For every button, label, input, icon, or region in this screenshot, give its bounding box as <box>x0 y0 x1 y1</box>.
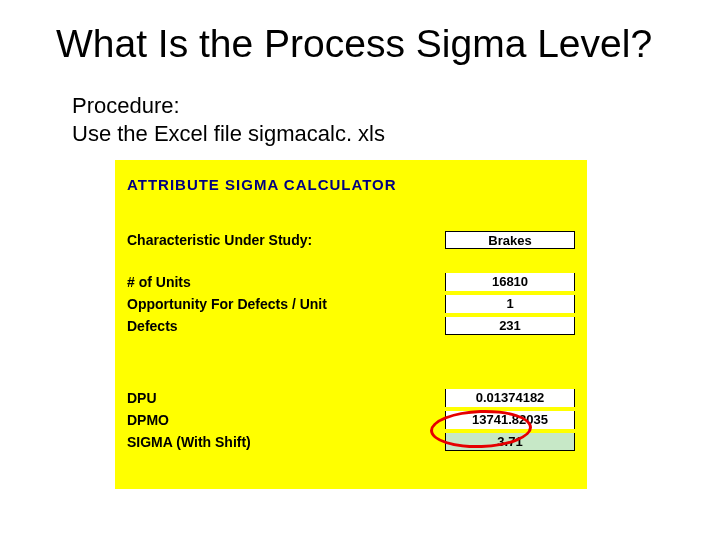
row-characteristic: Characteristic Under Study: Brakes <box>127 229 575 251</box>
row-defects: Defects 231 <box>127 315 575 337</box>
slide: What Is the Process Sigma Level? Procedu… <box>0 0 720 540</box>
row-opportunity: Opportunity For Defects / Unit 1 <box>127 293 575 315</box>
sigma-label: SIGMA (With Shift) <box>127 434 445 450</box>
slide-title: What Is the Process Sigma Level? <box>56 22 652 66</box>
procedure-label: Procedure: <box>72 92 385 120</box>
defects-value: 231 <box>445 317 575 335</box>
opportunity-value: 1 <box>445 295 575 313</box>
opportunity-label: Opportunity For Defects / Unit <box>127 296 445 312</box>
calculator-heading: ATTRIBUTE SIGMA CALCULATOR <box>127 176 575 193</box>
units-label: # of Units <box>127 274 445 290</box>
row-units: # of Units 16810 <box>127 271 575 293</box>
characteristic-label: Characteristic Under Study: <box>127 232 445 248</box>
characteristic-value: Brakes <box>445 231 575 249</box>
row-dpu: DPU 0.01374182 <box>127 387 575 409</box>
units-value: 16810 <box>445 273 575 291</box>
defects-label: Defects <box>127 318 445 334</box>
dpu-value: 0.01374182 <box>445 389 575 407</box>
body-text: Procedure: Use the Excel file sigmacalc.… <box>72 92 385 147</box>
procedure-instruction: Use the Excel file sigmacalc. xls <box>72 120 385 148</box>
dpu-label: DPU <box>127 390 445 406</box>
dpmo-label: DPMO <box>127 412 445 428</box>
